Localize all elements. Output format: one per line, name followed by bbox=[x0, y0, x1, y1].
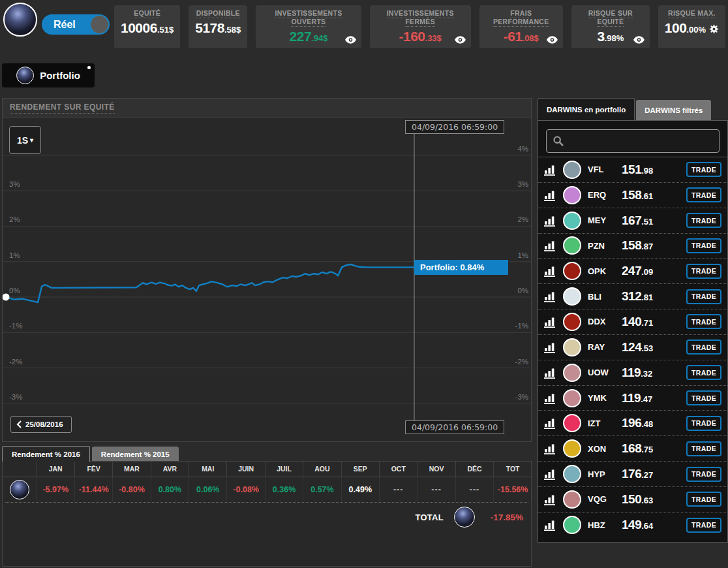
crosshair-datetime-top: 04/09/2016 06:59:00 bbox=[405, 120, 504, 134]
total-value: -17.85% bbox=[485, 513, 523, 522]
eye-icon[interactable] bbox=[547, 36, 558, 44]
stat-label: FRAIS PERFORMANCE bbox=[486, 9, 556, 26]
trade-button[interactable]: TRADE bbox=[686, 162, 721, 177]
bar-chart-icon[interactable] bbox=[544, 189, 557, 201]
eye-icon[interactable] bbox=[633, 36, 645, 44]
darwin-avatar[interactable] bbox=[563, 389, 581, 407]
bar-chart-icon[interactable] bbox=[544, 519, 557, 531]
darwin-row-ymk: YMK 119.47 TRADE bbox=[538, 386, 727, 411]
trade-button[interactable]: TRADE bbox=[686, 365, 721, 380]
trade-button[interactable]: TRADE bbox=[686, 467, 721, 482]
equity-return-panel: RENDEMENT SUR EQUITÉ 3%2%1%0%-1%-2%-3%4%… bbox=[2, 98, 532, 442]
darwin-avatar[interactable] bbox=[563, 262, 581, 280]
darwin-avatar[interactable] bbox=[563, 516, 581, 534]
gear-icon[interactable] bbox=[709, 24, 719, 34]
darwin-code: VFL bbox=[588, 165, 622, 174]
darwin-code: ERQ bbox=[588, 190, 622, 200]
portfolio-row-avatar bbox=[10, 480, 29, 499]
stat-box-equit-: EQUITÉ 10006.51$ bbox=[114, 5, 180, 48]
real-demo-toggle[interactable]: Réel bbox=[42, 14, 110, 35]
darwin-avatar[interactable] bbox=[563, 236, 581, 255]
monthly-tab-active[interactable]: Rendement % 2016 bbox=[2, 446, 90, 462]
stat-label: INVESTISSEMENTS FERMÉS bbox=[376, 9, 464, 26]
month-header-jan: JAN bbox=[37, 462, 74, 477]
avatar[interactable] bbox=[3, 3, 37, 37]
bar-chart-icon[interactable] bbox=[544, 341, 557, 353]
bar-chart-icon[interactable] bbox=[544, 240, 557, 251]
month-header-tot: TOT bbox=[494, 462, 532, 477]
darwin-quote: 150.63 bbox=[622, 492, 679, 507]
crosshair-datetime-bottom: 04/09/2016 06:59:00 bbox=[405, 420, 504, 434]
trade-button[interactable]: TRADE bbox=[686, 213, 721, 228]
darwin-avatar[interactable] bbox=[563, 287, 581, 306]
toggle-label: Réel bbox=[42, 19, 76, 31]
bar-chart-icon[interactable] bbox=[544, 164, 557, 176]
trade-button[interactable]: TRADE bbox=[686, 416, 721, 431]
darwin-avatar[interactable] bbox=[563, 186, 581, 204]
trade-button[interactable]: TRADE bbox=[686, 289, 721, 304]
bar-chart-icon[interactable] bbox=[544, 291, 557, 302]
bar-chart-icon[interactable] bbox=[544, 392, 557, 404]
darwins-tab-active[interactable]: DARWINS en portfolio bbox=[538, 98, 635, 120]
monthly-returns-panel: JANFÉVMARAVRMAIJUINJUILAOUSEPOCTNOVDÉCTO… bbox=[2, 461, 532, 567]
trade-button[interactable]: TRADE bbox=[686, 264, 721, 279]
darwins-tab-inactive[interactable]: DARWINS filtrés bbox=[636, 100, 711, 120]
darwin-quote: 196.48 bbox=[622, 416, 679, 430]
darwin-avatar[interactable] bbox=[563, 465, 581, 483]
search-input[interactable] bbox=[569, 130, 715, 152]
darwin-code: VQG bbox=[588, 494, 622, 504]
y-tick-label: 2% bbox=[9, 215, 20, 223]
y-tick-label: 3% bbox=[9, 180, 20, 188]
bar-chart-icon[interactable] bbox=[544, 417, 557, 429]
darwin-quote: 247.09 bbox=[622, 264, 679, 278]
darwin-avatar[interactable] bbox=[563, 414, 581, 432]
month-value-cell: -5.97% bbox=[37, 477, 74, 502]
darwin-code: YMK bbox=[588, 393, 622, 403]
trade-button[interactable]: TRADE bbox=[686, 518, 721, 533]
darwin-code: RAY bbox=[588, 342, 622, 352]
tab-portfolio[interactable]: Portfolio bbox=[2, 63, 95, 87]
trade-button[interactable]: TRADE bbox=[686, 339, 721, 355]
darwin-avatar[interactable] bbox=[563, 490, 581, 509]
bar-chart-icon[interactable] bbox=[544, 265, 557, 277]
darwin-avatar[interactable] bbox=[563, 161, 581, 179]
darwin-avatar[interactable] bbox=[563, 364, 581, 382]
month-header-nov: NOV bbox=[417, 462, 455, 477]
darwin-avatar[interactable] bbox=[563, 338, 581, 356]
month-value-cell: 0.36% bbox=[265, 477, 303, 502]
trade-button[interactable]: TRADE bbox=[686, 441, 721, 456]
chart-area[interactable]: 3%2%1%0%-1%-2%-3%4%3%2%1%0%-1%-2%-3% 1S … bbox=[3, 118, 531, 441]
trade-button[interactable]: TRADE bbox=[686, 492, 721, 507]
trade-button[interactable]: TRADE bbox=[686, 187, 721, 202]
panel-header: RENDEMENT SUR EQUITÉ bbox=[3, 99, 531, 118]
equity-line-chart bbox=[3, 118, 531, 441]
darwin-avatar[interactable] bbox=[563, 313, 581, 331]
darwin-avatar[interactable] bbox=[563, 212, 581, 230]
bar-chart-icon[interactable] bbox=[544, 468, 557, 480]
month-header-fév: FÉV bbox=[74, 462, 112, 477]
range-selector-button[interactable]: 1S ▾ bbox=[9, 126, 41, 154]
trade-button[interactable]: TRADE bbox=[686, 390, 721, 405]
month-header-sep: SEP bbox=[341, 462, 379, 477]
trade-button[interactable]: TRADE bbox=[686, 314, 721, 329]
stat-value: 5178.58$ bbox=[195, 20, 241, 36]
bar-chart-icon[interactable] bbox=[544, 367, 557, 379]
y-tick-label: -1% bbox=[9, 322, 22, 330]
eye-icon[interactable] bbox=[455, 36, 466, 44]
darwin-row-hbz: HBZ 149.64 TRADE bbox=[538, 513, 727, 538]
darwin-avatar[interactable] bbox=[563, 439, 581, 458]
prev-period-button[interactable]: 25/08/2016 bbox=[10, 416, 72, 433]
bar-chart-icon[interactable] bbox=[544, 316, 557, 328]
stat-label: RISQUE MAX. bbox=[665, 9, 719, 18]
y-tick-label: 0% bbox=[505, 287, 528, 294]
eye-icon[interactable] bbox=[345, 36, 356, 44]
trade-button[interactable]: TRADE bbox=[686, 238, 721, 253]
bar-chart-icon[interactable] bbox=[544, 215, 557, 227]
month-value-cell: --- bbox=[380, 477, 417, 502]
monthly-tab-inactive[interactable]: Rendement % 2015 bbox=[92, 447, 179, 462]
month-value-cell: --- bbox=[455, 477, 493, 502]
stat-box-risque-max-: RISQUE MAX. 100.00% bbox=[658, 5, 725, 48]
toggle-knob[interactable] bbox=[91, 16, 108, 33]
bar-chart-icon[interactable] bbox=[544, 443, 557, 454]
bar-chart-icon[interactable] bbox=[544, 494, 557, 505]
